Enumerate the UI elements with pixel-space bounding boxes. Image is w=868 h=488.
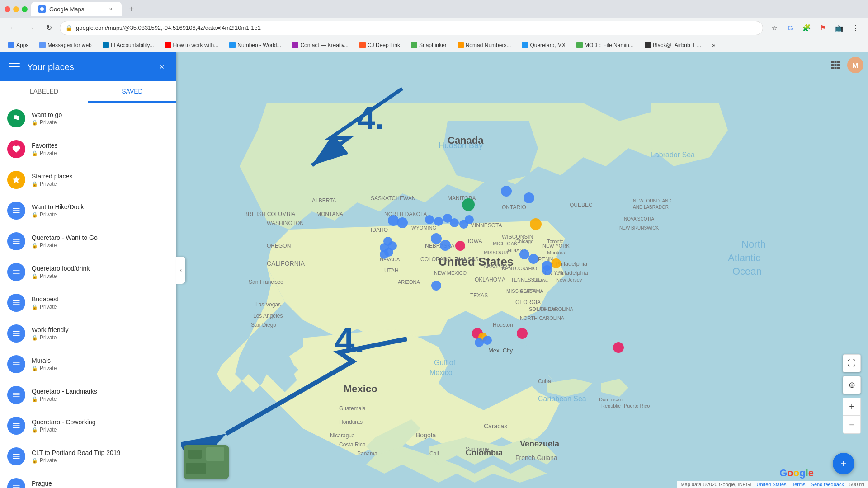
main-content: Your places × LABELED SAVED Want to go [0, 52, 868, 488]
zoom-out-btn[interactable]: − [843, 416, 861, 434]
address-bar[interactable]: 🔒 google.com/maps/@35.0831592,-94.516910… [60, 21, 763, 35]
list-item-want-to-go[interactable]: Want to go 🔒 Private ⋮ [0, 103, 176, 134]
svg-point-99 [440, 240, 451, 251]
chrome-flag-icon[interactable]: ⚑ [816, 21, 830, 35]
svg-text:IOWA: IOWA [468, 238, 482, 244]
queretaro-coworking-text: Queretaro - Coworking 🔒 Private [32, 418, 148, 433]
svg-point-93 [465, 215, 474, 224]
tab-saved[interactable]: SAVED [88, 81, 176, 103]
compass-btn[interactable]: ⊕ [843, 376, 861, 394]
svg-text:ARIZONA: ARIZONA [398, 279, 420, 285]
maximize-window-btn[interactable] [22, 6, 28, 12]
bookmark-black[interactable]: Black@_Airbnb_E... [642, 41, 704, 49]
terms-link[interactable]: Terms [792, 482, 806, 487]
list-item-murals[interactable]: Murals 🔒 Private ⋮ [0, 349, 176, 380]
lock-icon: 🔒 [32, 335, 38, 341]
zoom-in-btn[interactable]: + [843, 398, 861, 416]
queretaro-landmarks-privacy: 🔒 Private [32, 396, 148, 402]
tab-close-btn[interactable]: × [107, 5, 114, 13]
bookmark-snap-label: SnapLinker [419, 42, 447, 48]
queretaro-food-text: Queretaro food/drink 🔒 Private [32, 265, 148, 279]
more-options-icon[interactable]: ⋮ [848, 21, 863, 35]
bookmark-cj-label: CJ Deep Link [368, 42, 400, 48]
svg-rect-133 [188, 450, 202, 459]
tab-labeled[interactable]: LABELED [0, 81, 88, 103]
svg-text:Ocean: Ocean [732, 266, 762, 277]
bookmark-snap[interactable]: SnapLinker [408, 41, 449, 49]
bookmark-messages[interactable]: Messages for web [37, 41, 94, 49]
list-item-clt-portland[interactable]: CLT to Portland Road Trip 2019 🔒 Private… [0, 441, 176, 472]
new-tab-btn[interactable]: + [125, 3, 138, 15]
svg-text:IDAHO: IDAHO [371, 227, 388, 233]
list-item-prague[interactable]: Prague 🔒 Private ⋮ [0, 472, 176, 488]
svg-rect-129 [831, 67, 834, 69]
hike-icon [7, 202, 25, 220]
svg-text:WYOMING: WYOMING [411, 225, 436, 230]
svg-text:AND LABRADOR: AND LABRADOR [633, 205, 669, 210]
svg-point-97 [530, 218, 542, 230]
svg-point-98 [431, 233, 442, 244]
back-btn[interactable]: ← [5, 21, 20, 35]
minimize-window-btn[interactable] [13, 6, 19, 12]
svg-text:NOVA SCOTIA: NOVA SCOTIA [624, 216, 654, 221]
hamburger-menu-btn[interactable] [7, 60, 22, 74]
svg-text:QUEBEC: QUEBEC [570, 202, 593, 208]
bookmark-adobe-label: How to work with... [173, 42, 219, 48]
bookmark-numbeo[interactable]: Numbeo - World... [226, 41, 284, 49]
bookmark-nomad[interactable]: Nomad Numbers... [455, 41, 514, 49]
want-to-go-text: Want to go 🔒 Private [32, 111, 148, 126]
svg-text:OKLAHOMA: OKLAHOMA [475, 277, 505, 283]
svg-text:Costa Rica: Costa Rica [339, 441, 366, 448]
queretaro-landmarks-icon [7, 386, 25, 404]
bookmark-more[interactable]: » [709, 41, 718, 49]
list-item-favorites[interactable]: Favorites 🔒 Private ⋮ [0, 134, 176, 164]
svg-rect-126 [831, 64, 834, 66]
list-item-queretaro-landmarks[interactable]: Queretaro - Landmarks 🔒 Private ⋮ [0, 380, 176, 410]
list-item-queretaro-coworking[interactable]: Queretaro - Coworking 🔒 Private ⋮ [0, 410, 176, 441]
extensions-puzzle-icon[interactable]: 🧩 [799, 21, 814, 35]
screencast-icon[interactable]: 📺 [832, 21, 846, 35]
queretaro-food-privacy: 🔒 Private [32, 273, 148, 279]
feedback-link[interactable]: Send feedback [811, 482, 844, 487]
list-item-starred[interactable]: Starred places 🔒 Private ⋮ [0, 164, 176, 195]
close-window-btn[interactable] [5, 6, 10, 12]
bookmark-contact[interactable]: Contact — Kreativ... [289, 41, 351, 49]
list-item-hike[interactable]: Want to Hike/Dock 🔒 Private ⋮ [0, 195, 176, 226]
list-item-queretaro-food[interactable]: Queretaro food/drink 🔒 Private ⋮ [0, 257, 176, 287]
google-o1: o [787, 467, 793, 479]
google-account-icon[interactable]: G [783, 21, 797, 35]
bookmark-adobe[interactable]: How to work with... [162, 41, 222, 49]
list-item-budapest[interactable]: Budapest 🔒 Private ⋮ [0, 287, 176, 318]
bookmark-apps[interactable]: Apps [5, 41, 31, 49]
collapse-sidebar-btn[interactable]: ‹ [176, 257, 185, 284]
bookmark-cj[interactable]: CJ Deep Link [357, 41, 403, 49]
svg-text:Mex. City: Mex. City [488, 347, 513, 354]
browser-frame: Google Maps × + ← → ↻ 🔒 google.com/maps/… [0, 0, 868, 488]
svg-text:UTAH: UTAH [384, 267, 399, 274]
bookmark-mod[interactable]: MOD :: File Namin... [574, 41, 637, 49]
user-avatar[interactable]: M [847, 57, 863, 73]
browser-tab[interactable]: Google Maps × [31, 2, 122, 16]
satellite-toggle-btn[interactable]: Satellite [184, 445, 229, 479]
bookmarks-star-icon[interactable]: ☆ [767, 21, 781, 35]
refresh-btn[interactable]: ↻ [42, 21, 56, 35]
svg-text:ALABAMA: ALABAMA [520, 288, 544, 294]
lock-icon: 🔒 [32, 212, 38, 218]
google-apps-grid-btn[interactable] [827, 57, 844, 73]
svg-point-109 [455, 241, 465, 251]
forward-btn[interactable]: → [24, 21, 38, 35]
united-states-link[interactable]: United States [757, 482, 787, 487]
bookmark-nomad-favicon [458, 42, 464, 48]
svg-text:Bogota: Bogota [416, 432, 436, 439]
sidebar-close-btn[interactable]: × [155, 60, 169, 74]
add-list-fab[interactable]: + [833, 453, 854, 474]
bookmark-queretaro[interactable]: Queretaro, MX [519, 41, 568, 49]
want-to-go-name: Want to go [32, 111, 148, 118]
list-item-queretaro-wtg[interactable]: Queretaro - Want to Go 🔒 Private ⋮ [0, 226, 176, 257]
fullscreen-btn[interactable]: ⛶ [843, 354, 861, 372]
map-area[interactable]: North Atlantic Ocean Gulf of Mexico Cari… [176, 52, 868, 488]
bookmark-li[interactable]: LI Accountability... [100, 41, 157, 49]
svg-text:Montreal: Montreal [547, 250, 566, 255]
list-item-work-friendly[interactable]: Work friendly 🔒 Private ⋮ [0, 318, 176, 349]
want-to-go-privacy: 🔒 Private [32, 119, 148, 126]
